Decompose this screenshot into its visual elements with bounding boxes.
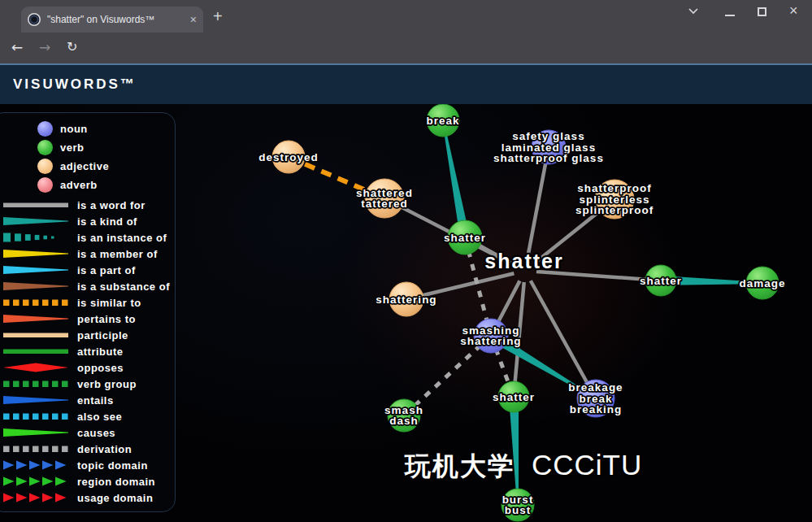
watermark: 玩机大学 CCCiTU	[405, 449, 642, 485]
legend-node-verb: verb	[37, 137, 84, 157]
node-label[interactable]: destroyed	[258, 151, 319, 163]
legend-edge-region-domain: region domain	[3, 473, 155, 489]
legend-edge-pertains-to: pertains to	[3, 311, 136, 327]
legend-label: is a member of	[77, 248, 158, 260]
back-button[interactable]: ←	[11, 39, 23, 55]
legend-edge-topic-domain: topic domain	[3, 457, 148, 473]
legend-edge-is-an-instance-of: is an instance of	[3, 229, 167, 246]
entails-edge-icon	[3, 394, 72, 406]
legend-edge-also-see: also see	[3, 408, 122, 424]
visuwords-favicon-icon	[28, 13, 41, 26]
participle-edge-icon	[3, 329, 72, 341]
legend-node-noun: noun	[37, 119, 88, 138]
node-label[interactable]: tattered	[361, 198, 408, 210]
legend-edge-participle: participle	[3, 327, 128, 343]
center-word-label: shatter	[484, 250, 563, 272]
region-domain-edge-icon	[3, 476, 72, 487]
legend-edge-verb-group: verb group	[3, 376, 137, 392]
legend-label: participle	[77, 329, 128, 341]
legend-edge-derivation: derivation	[3, 441, 132, 457]
is-an-instance-of-edge-icon	[3, 232, 72, 243]
legend-label: region domain	[77, 476, 155, 488]
reload-button[interactable]: ↻	[67, 39, 77, 54]
legend-node-adverb: adverb	[37, 175, 98, 194]
legend-label: pertains to	[77, 313, 136, 325]
tab-search-chevron-icon[interactable]	[688, 7, 699, 15]
pertains-to-edge-icon	[3, 313, 72, 324]
new-tab-button[interactable]: +	[213, 7, 223, 26]
node-label[interactable]: splinterproof	[575, 204, 654, 216]
node-label[interactable]: shatterproof glass	[493, 152, 604, 164]
legend-edge-is-similar-to: is similar to	[3, 294, 141, 311]
legend-label: also see	[77, 411, 122, 423]
legend-label: topic domain	[77, 459, 148, 472]
legend-edge-is-a-substance-of: is a substance of	[3, 278, 170, 294]
node-label[interactable]: shatter	[640, 275, 682, 287]
node-label[interactable]: shattering	[460, 335, 521, 347]
is-a-substance-of-edge-icon	[3, 281, 72, 292]
verb-sphere-icon	[37, 140, 53, 155]
forward-button[interactable]: →	[39, 39, 50, 55]
opposes-edge-icon	[3, 362, 72, 373]
legend-label: entails	[77, 394, 114, 407]
verb-group-edge-icon	[3, 378, 72, 389]
legend-label: is a part of	[77, 264, 136, 276]
window-close-button[interactable]: ×	[789, 2, 798, 20]
node-label[interactable]: breaking	[570, 403, 622, 415]
watermark-cn: 玩机大学	[405, 449, 515, 485]
legend-label: adjective	[60, 160, 109, 172]
topic-domain-edge-icon	[3, 459, 72, 471]
legend-edge-is-a-member-of: is a member of	[3, 246, 158, 262]
node-label[interactable]: break	[426, 115, 459, 127]
site-header: VISUWORDS™ MENU	[0, 65, 812, 104]
node-label[interactable]: damage	[739, 277, 785, 289]
legend-edge-is-a-part-of: is a part of	[3, 262, 136, 278]
browser-navbar: ← → ↻ visuwords.com/shatter A 访客	[0, 33, 812, 63]
node-label[interactable]: shattering	[376, 294, 436, 306]
legend-edge-usage-domain: usage domain	[3, 489, 153, 506]
legend-label: is a word for	[77, 199, 145, 211]
legend-label: attribute	[77, 346, 124, 358]
legend-label: noun	[60, 123, 88, 135]
usage-domain-edge-icon	[3, 492, 72, 503]
legend-label: verb	[60, 141, 84, 154]
tab-title: "shatter" on Visuwords™	[47, 14, 184, 25]
legend-edge-attribute: attribute	[3, 343, 124, 359]
legend-edge-is-a-word-for: is a word for	[3, 197, 145, 213]
legend-label: derivation	[77, 443, 132, 455]
node-label[interactable]: dash	[389, 415, 419, 427]
is-similar-to-edge-icon	[3, 297, 72, 308]
visuwords-logo[interactable]: VISUWORDS™	[13, 76, 137, 93]
legend-label: adverb	[60, 179, 98, 191]
causes-edge-icon	[3, 427, 72, 438]
legend-edge-is-a-kind-of: is a kind of	[3, 213, 137, 229]
noun-sphere-icon	[37, 121, 53, 137]
legend-label: usage domain	[77, 492, 153, 504]
legend-label: is similar to	[77, 297, 141, 309]
legend-edge-opposes: opposes	[3, 359, 124, 376]
node-label[interactable]: bust	[505, 504, 532, 516]
derivation-edge-icon	[3, 443, 72, 455]
attribute-edge-icon	[3, 346, 72, 357]
browser-titlebar: "shatter" on Visuwords™ × + ×	[0, 0, 812, 33]
legend-label: is an instance of	[77, 232, 167, 244]
node-label[interactable]: shatter	[493, 391, 535, 403]
node-label[interactable]: shatter	[444, 232, 486, 244]
legend-label: causes	[77, 427, 115, 439]
adverb-sphere-icon	[37, 177, 53, 193]
is-a-part-of-edge-icon	[3, 264, 72, 276]
legend-edge-causes: causes	[3, 424, 115, 441]
is-a-kind-of-edge-icon	[3, 215, 72, 227]
window-minimize-button[interactable]	[725, 15, 735, 16]
legend-label: is a kind of	[77, 215, 137, 228]
adjective-sphere-icon	[37, 159, 53, 174]
tab-close-icon[interactable]: ×	[190, 14, 197, 25]
legend-node-adjective: adjective	[37, 156, 109, 176]
legend-label: is a substance of	[77, 281, 170, 293]
legend-label: verb group	[77, 378, 137, 390]
window-maximize-button[interactable]	[758, 7, 766, 16]
also-see-edge-icon	[3, 411, 72, 422]
legend-label: opposes	[77, 362, 124, 374]
is-a-member-of-edge-icon	[3, 248, 72, 259]
browser-tab[interactable]: "shatter" on Visuwords™ ×	[21, 7, 203, 33]
